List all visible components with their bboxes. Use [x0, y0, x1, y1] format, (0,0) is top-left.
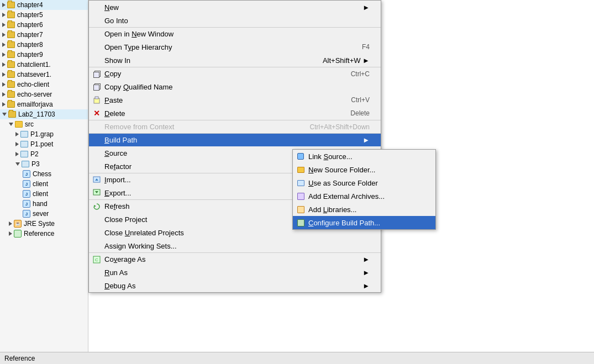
java-icon: J	[22, 170, 31, 178]
collapse-icon	[2, 3, 6, 7]
sidebar-item-label: Lab2_11703	[18, 110, 55, 118]
menu-item-debug-as[interactable]: Debug As ►	[89, 279, 381, 292]
menu-item-open-new-window[interactable]: Open in New Window	[89, 27, 381, 40]
sidebar-item-jre[interactable]: ☕ JRE Syste	[0, 219, 88, 229]
menu-label: Open Type Hierarchy	[104, 43, 172, 51]
menu-label: Copy	[104, 70, 121, 78]
sidebar-item-label: chapter8	[17, 41, 43, 49]
sidebar-item-echo-client[interactable]: echo-client	[0, 80, 88, 89]
java-icon: J	[22, 209, 31, 218]
sidebar-item-client[interactable]: J client	[0, 179, 88, 189]
sidebar-item-sever[interactable]: J sever	[0, 209, 88, 219]
sidebar-item-label: P1.grap	[30, 130, 54, 138]
sidebar-item-client2[interactable]: J client	[0, 189, 88, 199]
sidebar-item-emailforjava[interactable]: emailforjava	[0, 99, 88, 109]
sidebar-item-hand[interactable]: J hand	[0, 199, 88, 209]
submenu-label: Link Source...	[308, 152, 353, 161]
sidebar-item-label: chatclient1.	[17, 61, 51, 68]
sidebar-item-label: Chess	[33, 170, 51, 178]
sidebar-item-chapter7[interactable]: chapter7	[0, 30, 88, 40]
menu-item-delete[interactable]: ✕ Delete Delete	[89, 107, 381, 120]
add-libraries-icon	[296, 205, 305, 214]
menu-item-show-in[interactable]: Show In Alt+Shift+W ►	[89, 54, 381, 67]
sidebar-item-lab2[interactable]: Lab2_11703	[0, 109, 88, 119]
menu-label: Assign Working Sets...	[104, 242, 177, 250]
menu-item-go-into[interactable]: Go Into	[89, 14, 381, 27]
sidebar-item-label: hand	[33, 200, 48, 208]
collapse-icon	[2, 92, 6, 97]
menu-label: Refactor	[104, 162, 132, 171]
sidebar-item-chapter5[interactable]: chapter5	[0, 10, 88, 20]
menu-item-assign-working-sets[interactable]: Assign Working Sets...	[89, 239, 381, 252]
submenu-item-link-source[interactable]: Link Source...	[293, 150, 435, 163]
sidebar-item-chess[interactable]: J Chess	[0, 169, 88, 179]
collapse-icon	[2, 82, 6, 87]
sidebar-item-p2[interactable]: P2	[0, 149, 88, 159]
sidebar-item-label: chapter7	[17, 31, 43, 39]
submenu-item-use-as-source[interactable]: Use as Source Folder	[293, 176, 435, 189]
sidebar-item-echo-server[interactable]: echo-server	[0, 89, 88, 99]
sidebar-item-label: emailforjava	[17, 101, 53, 108]
menu-item-open-type-hierarchy[interactable]: Open Type Hierarchy F4	[89, 40, 381, 54]
sidebar-item-chapter4[interactable]: chapter4	[0, 0, 88, 10]
package-icon	[20, 140, 29, 149]
collapse-icon	[2, 102, 6, 107]
menu-label: Close Project	[104, 215, 147, 224]
shortcut-label: Ctrl+V	[334, 96, 370, 104]
menu-label: Run As	[104, 268, 128, 277]
sidebar-item-chatserver1[interactable]: chatsever1.	[0, 70, 88, 80]
menu-item-copy[interactable]: Copy Ctrl+C	[89, 67, 381, 80]
sidebar-item-p1grap[interactable]: P1.grap	[0, 129, 88, 139]
sidebar-item-chapter9[interactable]: chapter9	[0, 50, 88, 60]
sidebar-item-label: client	[33, 190, 48, 198]
submenu-label: New Source Folder...	[308, 166, 375, 174]
menu-label: Show In	[104, 56, 130, 65]
sidebar-item-label: chapter4	[17, 1, 43, 9]
menu-item-coverage-as[interactable]: C Coverage As ►	[89, 252, 381, 266]
menu-item-paste[interactable]: Paste Ctrl+V	[89, 93, 381, 107]
sidebar-item-p3[interactable]: P3	[0, 159, 88, 169]
sidebar-item-reference[interactable]: Reference	[0, 229, 88, 239]
ref-icon	[13, 229, 22, 238]
menu-item-new[interactable]: New ►	[89, 1, 381, 14]
submenu-arrow-icon: Alt+Shift+W ►	[317, 56, 370, 65]
link-source-icon	[296, 152, 305, 161]
menu-label: New	[104, 3, 119, 12]
export-icon	[92, 188, 101, 197]
sidebar-item-label: JRE Syste	[24, 220, 55, 228]
menu-label: Paste	[104, 96, 123, 104]
collapse-icon	[2, 113, 7, 116]
shortcut-label: Ctrl+C	[334, 70, 370, 78]
sidebar-item-label: chapter6	[17, 21, 43, 29]
coverage-icon: C	[92, 255, 101, 264]
menu-label: Remove from Context	[104, 123, 174, 131]
project-icon	[7, 1, 15, 9]
menu-item-build-path[interactable]: Build Path ►	[89, 133, 381, 146]
submenu-item-add-external-archives[interactable]: Add External Archives...	[293, 189, 435, 203]
collapse-icon	[2, 52, 6, 57]
menu-item-run-as[interactable]: Run As ►	[89, 266, 381, 279]
svg-rect-1	[95, 97, 98, 99]
import-icon	[92, 176, 101, 184]
submenu-item-configure-build-path[interactable]: Configure Build Path...	[293, 216, 435, 229]
collapse-icon	[2, 62, 6, 67]
collapse-icon	[2, 13, 6, 17]
submenu-arrow-icon: ►	[357, 136, 370, 144]
status-bar: Reference	[0, 352, 594, 364]
menu-item-copy-qualified[interactable]: Copy Qualified Name	[89, 80, 381, 93]
sidebar-item-chapter6[interactable]: chapter6	[0, 20, 88, 30]
sidebar-item-chatclient1[interactable]: chatclient1.	[0, 60, 88, 70]
sidebar-item-p1poet[interactable]: P1.poet	[0, 139, 88, 149]
sidebar-item-src[interactable]: src	[0, 119, 88, 129]
submenu-item-new-source-folder[interactable]: New Source Folder...	[293, 163, 435, 176]
menu-item-remove-context[interactable]: Remove from Context Ctrl+Alt+Shift+Down	[89, 120, 381, 133]
svg-marker-6	[94, 205, 96, 207]
use-as-source-icon	[296, 178, 305, 187]
menu-label: Import...	[104, 176, 131, 184]
sidebar-item-chapter8[interactable]: chapter8	[0, 40, 88, 50]
paste-icon	[92, 96, 101, 104]
package-icon	[21, 160, 30, 168]
submenu-item-add-libraries[interactable]: Add Libraries...	[293, 203, 435, 216]
sidebar-item-label: chapter9	[17, 51, 43, 59]
sidebar-item-label: echo-server	[17, 91, 52, 98]
